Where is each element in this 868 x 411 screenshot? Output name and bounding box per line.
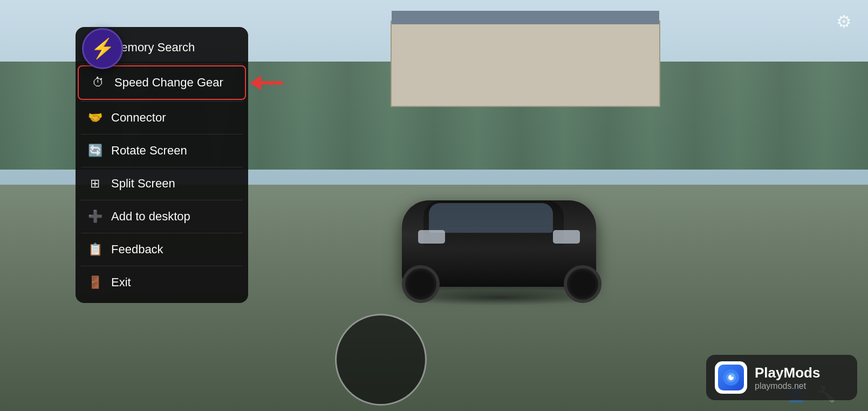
menu-item-rotate-screen[interactable]: 🔄 Rotate Screen (76, 134, 248, 167)
menu-item-add-to-desktop[interactable]: ➕ Add to desktop (76, 200, 248, 233)
rotate-screen-icon: 🔄 (86, 142, 104, 159)
menu-item-exit[interactable]: 🚪 Exit (76, 266, 248, 299)
menu-item-speed-change-gear[interactable]: ⏱ Speed Change Gear (78, 65, 246, 100)
car-wheel-right (564, 265, 602, 303)
menu-item-label: Memory Search (111, 41, 195, 55)
speedo-dial (335, 314, 427, 406)
menu-item-label: Speed Change Gear (114, 76, 223, 90)
playmods-logo-icon (718, 365, 744, 390)
gear-icon: ⚙ (836, 11, 852, 32)
feedback-icon: 📋 (86, 241, 104, 258)
app-icon-button[interactable]: ⚡ (82, 28, 123, 69)
playmods-url: playmods.net (755, 381, 820, 391)
settings-icon[interactable]: ⚙ (830, 8, 857, 35)
playmods-text-block: PlayMods playmods.net (755, 365, 820, 391)
warehouse-roof (392, 11, 659, 24)
playmods-watermark: PlayMods playmods.net (706, 355, 857, 400)
playmods-logo (715, 361, 747, 394)
exit-icon: 🚪 (86, 274, 104, 291)
connector-icon: 🤝 (86, 109, 104, 126)
svg-point-3 (731, 374, 734, 377)
menu-item-label: Exit (111, 275, 131, 289)
split-screen-icon: ⊞ (86, 175, 104, 192)
car-wheel-left (402, 265, 440, 303)
playmods-brand: PlayMods (755, 365, 820, 381)
menu-item-feedback[interactable]: 📋 Feedback (76, 233, 248, 266)
car-windshield (429, 203, 553, 233)
speedometer (330, 314, 438, 411)
menu-item-label: Rotate Screen (111, 144, 187, 158)
add-to-desktop-icon: ➕ (86, 208, 104, 225)
menu-item-label: Connector (111, 111, 166, 125)
warehouse-building (391, 21, 660, 107)
menu-item-label: Feedback (111, 242, 163, 257)
headlight-right (553, 230, 580, 244)
car (391, 136, 607, 308)
menu-item-connector[interactable]: 🤝 Connector (76, 102, 248, 134)
speed-gear-icon: ⏱ (90, 74, 107, 91)
menu-item-split-screen[interactable]: ⊞ Split Screen (76, 167, 248, 200)
menu-item-label: Add to desktop (111, 210, 190, 224)
menu-item-label: Split Screen (111, 177, 175, 191)
headlight-left (418, 230, 445, 244)
red-arrow (250, 73, 288, 92)
lightning-icon: ⚡ (91, 37, 115, 60)
